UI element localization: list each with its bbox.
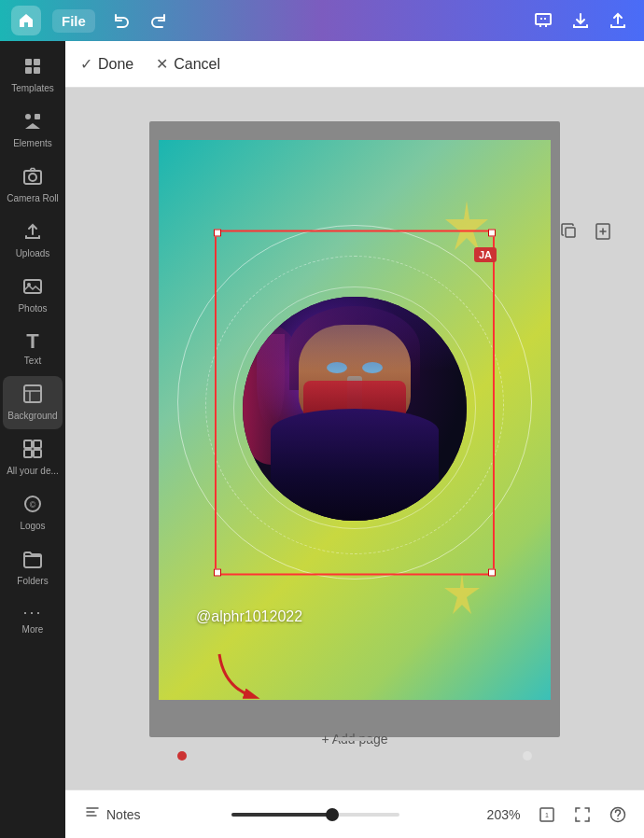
zoom-slider-container: [156, 813, 475, 817]
sidebar-item-templates[interactable]: Templates: [3, 49, 63, 102]
redo-button[interactable]: [144, 6, 174, 35]
svg-point-7: [25, 114, 31, 119]
zoom-slider-thumb[interactable]: [326, 808, 339, 821]
ja-badge: JA: [474, 247, 497, 262]
background-label: Background: [7, 411, 57, 422]
sidebar-item-text[interactable]: T Text: [3, 324, 63, 374]
help-button[interactable]: [603, 800, 633, 830]
content-area: ✓ Done ✕ Cancel: [65, 41, 644, 838]
logos-icon: ©: [22, 494, 43, 517]
zoom-level: 203%: [483, 807, 525, 822]
text-icon: T: [26, 331, 38, 352]
sidebar-item-all-designs[interactable]: All your de...: [3, 431, 63, 484]
undo-button[interactable]: [106, 6, 136, 35]
svg-rect-18: [34, 450, 41, 457]
svg-text:1: 1: [545, 812, 549, 818]
duplicate-icon[interactable]: [556, 218, 582, 244]
svg-rect-17: [24, 450, 32, 457]
svg-rect-21: [566, 228, 575, 237]
cancel-label: Cancel: [174, 56, 220, 73]
templates-label: Templates: [11, 83, 54, 94]
selection-corner-tl: [214, 230, 221, 237]
svg-rect-4: [34, 59, 40, 65]
file-menu-button[interactable]: File: [52, 9, 95, 33]
scroll-dot-right: [523, 751, 532, 761]
bottom-bar: Notes 203% 1: [65, 789, 644, 838]
sidebar-item-camera-roll[interactable]: Camera Roll: [3, 159, 63, 212]
scroll-dot-left: [177, 751, 187, 761]
share-button[interactable]: [603, 6, 633, 35]
folders-label: Folders: [17, 576, 48, 587]
top-bar-actions: [106, 6, 174, 35]
sidebar-item-logos[interactable]: © Logos: [3, 486, 63, 539]
svg-rect-3: [25, 59, 32, 65]
svg-rect-14: [24, 385, 41, 402]
svg-rect-16: [34, 440, 41, 448]
add-page-icon[interactable]: [590, 218, 616, 244]
background-icon: [22, 384, 43, 407]
sidebar-item-background[interactable]: Background: [3, 376, 63, 429]
canvas-wrapper: JA @alphr1012022 + Add page: [149, 112, 560, 765]
folders-icon: [22, 549, 43, 572]
present-icon[interactable]: [528, 6, 558, 35]
download-button[interactable]: [566, 6, 595, 35]
svg-rect-1: [540, 18, 542, 20]
more-label: More: [22, 624, 44, 635]
top-bar: File: [0, 0, 644, 41]
canvas-main[interactable]: JA @alphr1012022: [159, 140, 551, 700]
all-designs-label: All your de...: [7, 466, 59, 477]
svg-rect-6: [34, 67, 40, 74]
selection-box[interactable]: [215, 230, 495, 576]
svg-point-11: [29, 174, 36, 181]
uploads-label: Uploads: [16, 248, 50, 259]
svg-point-27: [617, 817, 619, 819]
svg-rect-8: [35, 114, 40, 119]
pull-up-handle[interactable]: [336, 737, 373, 741]
sidebar-item-photos[interactable]: Photos: [3, 269, 63, 322]
svg-rect-15: [24, 440, 32, 448]
sidebar-item-folders[interactable]: Folders: [3, 541, 63, 594]
svg-rect-12: [24, 280, 41, 293]
svg-marker-9: [25, 123, 40, 129]
star-bottom-right: [439, 569, 485, 616]
photos-icon: [22, 276, 43, 300]
zoom-slider-track[interactable]: [231, 813, 399, 817]
canvas-area[interactable]: JA @alphr1012022 + Add page: [65, 88, 644, 789]
bottom-right-tools: 1: [532, 800, 633, 830]
uploads-icon: [22, 221, 43, 244]
templates-icon: [22, 56, 43, 79]
sidebar-item-elements[interactable]: Elements: [3, 104, 63, 157]
done-label: Done: [98, 56, 133, 73]
svg-rect-5: [25, 67, 32, 74]
sidebar-item-uploads[interactable]: Uploads: [3, 214, 63, 267]
username-text: @alphr1012022: [196, 608, 302, 625]
arrow-indicator: [205, 640, 271, 709]
selection-corner-br: [488, 569, 496, 577]
sidebar-item-more[interactable]: ··· More: [3, 596, 63, 643]
zoom-slider-fill: [231, 813, 332, 817]
camera-roll-icon: [22, 166, 43, 189]
all-designs-icon: [22, 439, 43, 462]
cancel-button[interactable]: ✕ Cancel: [156, 55, 220, 73]
scroll-dots: [177, 751, 532, 761]
elements-icon: [22, 111, 43, 134]
svg-rect-0: [536, 14, 551, 24]
sidebar: Templates Elements Camera Roll: [0, 41, 65, 838]
done-button[interactable]: ✓ Done: [80, 55, 133, 73]
check-icon: ✓: [80, 55, 92, 73]
svg-text:©: ©: [30, 500, 36, 510]
notes-button[interactable]: Notes: [77, 799, 148, 831]
logos-label: Logos: [20, 521, 45, 532]
text-label: Text: [24, 356, 41, 367]
svg-rect-2: [544, 18, 546, 20]
selection-corner-tr: [488, 230, 496, 237]
fullscreen-button[interactable]: [567, 800, 597, 830]
action-bar: ✓ Done ✕ Cancel: [65, 41, 644, 88]
notes-icon: [84, 804, 101, 825]
canvas-top-icons: [556, 218, 616, 244]
top-bar-right: [528, 6, 633, 35]
photos-label: Photos: [18, 303, 47, 314]
elements-label: Elements: [13, 138, 52, 149]
home-button[interactable]: [11, 6, 41, 35]
page-view-button[interactable]: 1: [532, 800, 562, 830]
